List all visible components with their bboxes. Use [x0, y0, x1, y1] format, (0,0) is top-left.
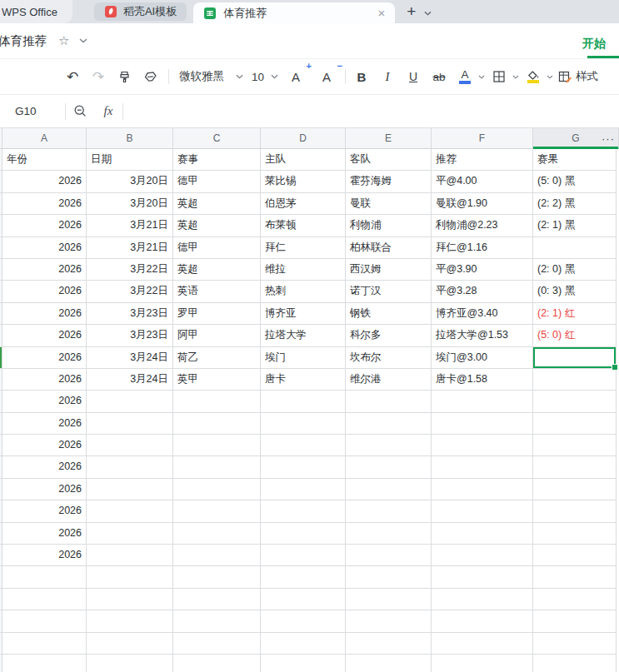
tab-docer-templates[interactable]: 稻壳AI模板 — [94, 2, 187, 21]
cell[interactable]: 拜仁 — [261, 237, 346, 259]
cell[interactable] — [261, 500, 346, 522]
cell[interactable] — [87, 413, 173, 435]
decrease-font-size-button[interactable]: A− — [317, 65, 336, 88]
cell[interactable]: 2026 — [2, 435, 87, 456]
cell[interactable] — [261, 566, 346, 588]
cell[interactable] — [2, 566, 87, 588]
font-color-button[interactable]: A — [456, 65, 474, 88]
cell[interactable] — [346, 566, 432, 588]
close-tab-icon[interactable]: × — [374, 6, 388, 20]
cell[interactable]: 莱比锡 — [261, 171, 346, 192]
cell[interactable]: 2026 — [2, 545, 87, 566]
cell[interactable]: 英超 — [173, 193, 261, 215]
cell[interactable]: 2026 — [2, 413, 87, 435]
cell[interactable] — [432, 633, 533, 655]
column-header-e[interactable]: E — [346, 128, 432, 149]
column-header-f[interactable]: F — [432, 128, 533, 149]
cell[interactable] — [87, 545, 173, 566]
cell[interactable]: 唐卡@1.58 — [432, 369, 533, 391]
cell[interactable]: 年份 — [2, 149, 87, 171]
cell[interactable] — [533, 456, 617, 478]
cell[interactable]: 3月23日 — [87, 303, 173, 325]
cell[interactable] — [432, 589, 533, 610]
cell[interactable]: (0: 3) 黑 — [533, 281, 617, 302]
cell[interactable]: 唐卡 — [261, 369, 346, 391]
redo-button[interactable]: ↷ — [89, 65, 107, 88]
cell[interactable] — [261, 523, 346, 545]
cell[interactable]: 德甲 — [173, 237, 261, 259]
cell[interactable]: 日期 — [87, 149, 173, 171]
cell[interactable]: 英超 — [173, 259, 261, 281]
cell[interactable]: (5: 0) 红 — [533, 325, 617, 346]
cell[interactable] — [2, 610, 87, 632]
cell[interactable] — [173, 523, 261, 545]
cell[interactable] — [87, 479, 173, 500]
cell[interactable]: 诺丁汉 — [346, 281, 432, 302]
cell[interactable]: 2026 — [2, 215, 87, 236]
cell[interactable]: 钢铁 — [346, 303, 432, 325]
cell[interactable] — [87, 610, 173, 632]
cell[interactable]: 博齐亚 — [261, 303, 346, 325]
cell[interactable] — [432, 500, 533, 522]
cell[interactable]: 3月20日 — [87, 193, 173, 215]
cell[interactable] — [173, 545, 261, 566]
cell[interactable]: 2026 — [2, 193, 87, 215]
cell[interactable] — [173, 610, 261, 632]
zoom-out-icon[interactable] — [66, 102, 94, 122]
cell[interactable] — [261, 633, 346, 655]
cell[interactable]: 英语 — [173, 281, 261, 302]
underline-button[interactable]: U — [404, 65, 422, 88]
cell[interactable] — [2, 655, 87, 672]
cell[interactable]: 2026 — [2, 523, 87, 545]
tab-list-chevron-icon[interactable] — [424, 11, 432, 16]
cell[interactable]: 埃门 — [261, 347, 346, 369]
cell[interactable]: 英超 — [173, 215, 261, 236]
cell[interactable]: 3月22日 — [87, 281, 173, 302]
cell[interactable]: 阿甲 — [173, 325, 261, 346]
cell[interactable] — [173, 633, 261, 655]
cell[interactable] — [533, 369, 617, 391]
cell[interactable] — [432, 479, 533, 500]
cell[interactable] — [87, 435, 173, 456]
bold-button[interactable]: B — [352, 65, 371, 88]
cell[interactable] — [432, 456, 533, 478]
cell[interactable]: 博齐亚@3.40 — [432, 303, 533, 325]
cell[interactable] — [533, 545, 617, 566]
cell[interactable]: 2026 — [2, 259, 87, 281]
cell[interactable] — [346, 456, 432, 478]
font-color-chevron-icon[interactable] — [478, 75, 485, 79]
font-family-select[interactable]: 微软雅黑 — [179, 69, 243, 84]
cell[interactable]: 2026 — [2, 171, 87, 192]
cell[interactable]: 热刺 — [261, 281, 346, 302]
cell[interactable]: 坎布尔 — [346, 347, 432, 369]
cell[interactable] — [346, 655, 432, 672]
cell[interactable] — [533, 500, 617, 522]
cell[interactable]: 2026 — [2, 500, 87, 522]
cell[interactable] — [87, 655, 173, 672]
cell[interactable] — [173, 456, 261, 478]
title-chevron-icon[interactable] — [79, 38, 87, 43]
cell[interactable]: 西汉姆 — [346, 259, 432, 281]
cell[interactable]: 2026 — [2, 237, 87, 259]
cell[interactable] — [432, 391, 533, 412]
cell[interactable] — [261, 655, 346, 672]
cell[interactable]: (2: 2) 黑 — [533, 193, 617, 215]
cell[interactable] — [533, 655, 617, 672]
cell[interactable]: 曼联 — [346, 193, 432, 215]
cell[interactable] — [533, 589, 617, 610]
cell[interactable]: 平@3.90 — [432, 259, 533, 281]
cell[interactable] — [173, 566, 261, 588]
cell[interactable] — [533, 435, 617, 456]
cell[interactable]: (2: 0) 黑 — [533, 259, 617, 281]
cell[interactable] — [533, 237, 617, 259]
cell[interactable]: 平@4.00 — [432, 171, 533, 192]
cell[interactable] — [533, 610, 617, 632]
cell[interactable]: 2026 — [2, 303, 87, 325]
cell[interactable] — [533, 633, 617, 655]
cell[interactable] — [173, 589, 261, 610]
cell[interactable] — [346, 435, 432, 456]
cell[interactable] — [173, 413, 261, 435]
increase-font-size-button[interactable]: A+ — [287, 65, 305, 88]
cell[interactable] — [432, 545, 533, 566]
cell[interactable] — [173, 435, 261, 456]
